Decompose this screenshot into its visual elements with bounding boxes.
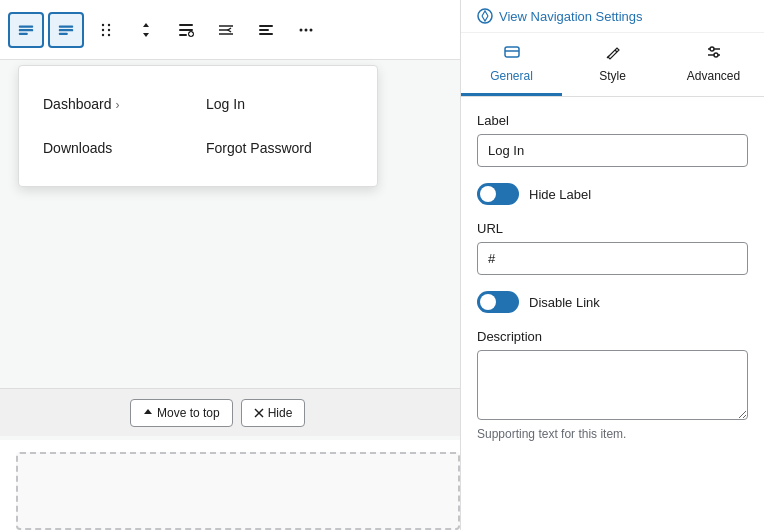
- disable-link-toggle-row: Disable Link: [477, 291, 748, 313]
- svg-point-26: [310, 28, 313, 31]
- disable-link-toggle-label: Disable Link: [529, 295, 600, 310]
- svg-point-25: [305, 28, 308, 31]
- bottom-bar: Move to top Hide: [0, 388, 460, 436]
- tab-general[interactable]: General: [461, 33, 562, 96]
- label-input[interactable]: [477, 134, 748, 167]
- left-panel: Dashboard Log In Downloads Forgot Passwo…: [0, 0, 460, 530]
- toolbar: [0, 0, 460, 60]
- svg-rect-1: [19, 29, 33, 31]
- disable-link-toggle[interactable]: [477, 291, 519, 313]
- svg-rect-14: [179, 34, 187, 36]
- svg-rect-4: [59, 29, 73, 31]
- svg-point-7: [108, 23, 110, 25]
- svg-point-35: [710, 47, 714, 51]
- description-field-label: Description: [477, 329, 748, 344]
- change-alignment-button[interactable]: [248, 12, 284, 48]
- svg-point-24: [300, 28, 303, 31]
- general-tab-icon: [503, 43, 521, 65]
- svg-point-10: [102, 33, 104, 35]
- outdent-button[interactable]: [208, 12, 244, 48]
- description-textarea[interactable]: [477, 350, 748, 420]
- nav-block-button-1[interactable]: [8, 12, 44, 48]
- dotted-drop-area: [16, 452, 460, 530]
- url-field-label: URL: [477, 221, 748, 236]
- svg-rect-17: [189, 33, 193, 35]
- move-to-top-button[interactable]: Move to top: [130, 399, 233, 427]
- url-input[interactable]: [477, 242, 748, 275]
- nav-menu-item-dashboard[interactable]: Dashboard: [35, 82, 198, 126]
- svg-rect-21: [259, 25, 273, 27]
- label-field-label: Label: [477, 113, 748, 128]
- hide-button[interactable]: Hide: [241, 399, 306, 427]
- view-navigation-settings-link[interactable]: View Navigation Settings: [461, 0, 764, 33]
- nav-block-button-2[interactable]: [48, 12, 84, 48]
- svg-point-36: [714, 53, 718, 57]
- advanced-tab-icon: [705, 43, 723, 65]
- svg-rect-13: [179, 29, 193, 31]
- right-panel: View Navigation Settings General Style: [460, 0, 764, 530]
- hide-label-toggle-row: Hide Label: [477, 183, 748, 205]
- settings-content: Label Hide Label URL Disable Link: [461, 97, 764, 530]
- svg-rect-23: [259, 33, 273, 35]
- svg-rect-12: [179, 24, 193, 26]
- svg-point-9: [108, 28, 110, 30]
- settings-tabs: General Style Advanced: [461, 33, 764, 97]
- svg-rect-30: [505, 47, 519, 57]
- svg-rect-5: [59, 32, 68, 34]
- label-field-group: Label: [477, 113, 748, 167]
- window-icon: [503, 43, 521, 61]
- tab-advanced[interactable]: Advanced: [663, 33, 764, 96]
- drag-handle-button[interactable]: [88, 12, 124, 48]
- nav-menu-item-downloads[interactable]: Downloads: [35, 126, 198, 170]
- style-tab-icon: [604, 43, 622, 65]
- nav-menu-item-forgot-password[interactable]: Forgot Password: [198, 126, 361, 170]
- hide-label-toggle-label: Hide Label: [529, 187, 591, 202]
- nav-menu-grid: Dashboard Log In Downloads Forgot Passwo…: [19, 74, 377, 178]
- navigation-icon: [477, 8, 493, 24]
- description-field-group: Description Supporting text for this ite…: [477, 329, 748, 441]
- svg-rect-3: [59, 25, 73, 27]
- description-help-text: Supporting text for this item.: [477, 427, 748, 441]
- move-updown-button[interactable]: [128, 12, 164, 48]
- url-field-group: URL: [477, 221, 748, 275]
- svg-rect-0: [19, 25, 33, 27]
- svg-rect-22: [259, 29, 269, 31]
- nav-dropdown-menu: Dashboard Log In Downloads Forgot Passwo…: [18, 65, 378, 187]
- hide-label-toggle[interactable]: [477, 183, 519, 205]
- svg-point-6: [102, 23, 104, 25]
- svg-point-11: [108, 33, 110, 35]
- svg-rect-2: [19, 32, 28, 34]
- more-options-button[interactable]: [288, 12, 324, 48]
- add-item-button[interactable]: [168, 12, 204, 48]
- svg-point-8: [102, 28, 104, 30]
- tab-style[interactable]: Style: [562, 33, 663, 96]
- nav-menu-item-login[interactable]: Log In: [198, 82, 361, 126]
